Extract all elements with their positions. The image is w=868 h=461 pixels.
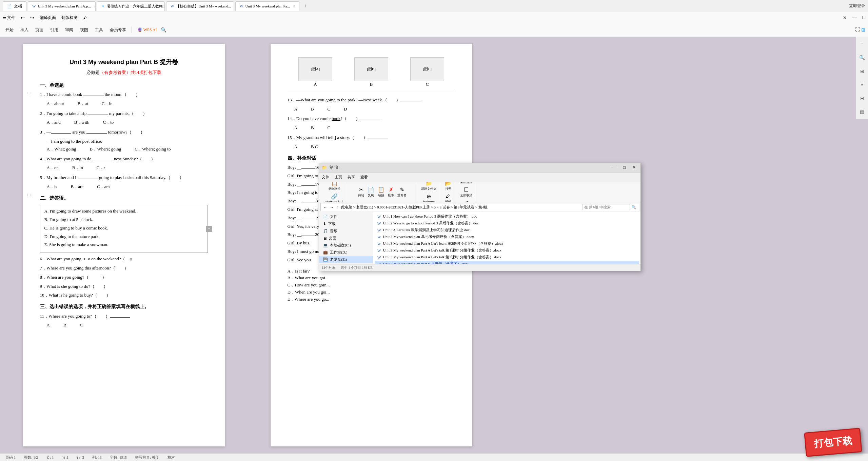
- fe-paste-btn[interactable]: 📋 粘贴: [376, 186, 386, 198]
- fe-file-3[interactable]: W Unit 3 A Let's talk 教学漏洞及上学习知道课后作业.doc: [375, 227, 639, 233]
- fe-sidebar-e[interactable]: 💾 老硬盘(E:): [319, 256, 373, 263]
- fe-breadcrumb[interactable]: ← → ↑ 此电脑 > 老硬盘(E:) > 0.0001-20231021-人教…: [320, 203, 639, 211]
- fe-group-open: 📂 打开 🖊 编辑: [441, 183, 455, 201]
- fe-file-7[interactable]: W Unit 3 My weekend plan Part A Let's ta…: [375, 254, 639, 260]
- fe-new-folder-btn[interactable]: 📁 新建文件夹: [420, 182, 438, 192]
- redo-btn[interactable]: ↪: [30, 15, 34, 21]
- ribbon-wpsai[interactable]: 🔮 WPS AI: [135, 26, 159, 34]
- tab-close-1[interactable]: ×: [94, 4, 96, 8]
- tab-4[interactable]: W Unit 3 My weekend plan Pa... ×: [235, 1, 299, 11]
- drag-handle-2[interactable]: ⋮⋮: [26, 193, 33, 198]
- ribbon-insert[interactable]: 插入: [18, 26, 31, 34]
- fe-sidebar-docs[interactable]: 📄 文件: [319, 213, 373, 220]
- section4-title: 四、补全对话: [288, 155, 455, 162]
- sidebar-minus-icon[interactable]: ⊟: [857, 94, 867, 103]
- download-badge[interactable]: 打包下载: [804, 428, 862, 457]
- page-num: 页码 1: [5, 455, 16, 460]
- menu-translate[interactable]: 翻译页面: [40, 15, 56, 21]
- fe-file-8[interactable]: W Unit 3 My weekend plan Part B 提升卷（含答案）…: [375, 261, 639, 264]
- tab-add[interactable]: +: [301, 1, 309, 11]
- expand-btn[interactable]: ⊞: [861, 27, 865, 33]
- user-area[interactable]: 立即登录: [849, 3, 865, 9]
- fe-sidebar-c[interactable]: 💻 本地磁盘(C:): [319, 242, 373, 249]
- fe-edit-btn[interactable]: 🖊 编辑: [444, 193, 453, 202]
- sidebar-up-icon[interactable]: ↑: [857, 39, 867, 49]
- tab-1[interactable]: W Unit 3 My weekend plan Part A.p... ×: [28, 1, 96, 11]
- sidebar-panel-icon[interactable]: ▤: [857, 107, 867, 117]
- sel-a: A. I'm going to draw some pictures on th…: [44, 208, 203, 215]
- forward-icon[interactable]: →: [330, 205, 334, 209]
- fe-open-btn[interactable]: 📂 打开: [443, 182, 453, 192]
- summer-icon: ☀: [101, 4, 105, 8]
- fe-copy-path-btn[interactable]: 📋 复制路径: [327, 182, 342, 192]
- tab-doc[interactable]: 📄 文档: [3, 1, 26, 11]
- fe-paste-shortcut-btn[interactable]: 🔗 粘贴快捷方式: [324, 193, 345, 203]
- tab-close-4[interactable]: ×: [293, 4, 295, 8]
- sel-c: C. He is going to buy a comic book.: [44, 225, 203, 232]
- fe-deselect-btn[interactable]: ☐ 全部取消: [459, 186, 474, 198]
- fe-select-all-btn[interactable]: ☑ 全部选择: [459, 182, 474, 185]
- fe-menu-home[interactable]: 主页: [335, 175, 342, 180]
- fe-statusbar: 14个对象 选中 1 个项目 189 KB: [319, 264, 640, 271]
- fe-invert-btn[interactable]: ↺ 反向选择: [459, 199, 474, 202]
- search-icon[interactable]: 🔍: [161, 27, 166, 33]
- maximize-btn[interactable]: □: [863, 15, 865, 20]
- undo-btn[interactable]: ↩: [21, 15, 25, 21]
- tab-3[interactable]: W 【核心突破】Unit 3 My weekend... ×: [166, 1, 234, 11]
- word-file-icon-3: W: [377, 228, 381, 232]
- ribbon-start[interactable]: 开始: [3, 26, 16, 34]
- fe-rename-btn[interactable]: ✎ 重命名: [396, 186, 408, 198]
- section2-title: 二、选答语。: [40, 195, 208, 202]
- fe-maximize[interactable]: □: [621, 165, 628, 170]
- sidebar-search-icon[interactable]: 🔍: [857, 53, 867, 62]
- sidebar-list-icon[interactable]: ≡: [857, 80, 867, 89]
- fe-menu-file[interactable]: 文件: [322, 175, 329, 180]
- ribbon-page[interactable]: 页面: [33, 26, 46, 34]
- fe-file-1[interactable]: W Unit 1 How can I get there Period 3 课后…: [375, 213, 639, 220]
- file-menu[interactable]: ☰ 文件: [3, 15, 15, 21]
- ribbon-ref[interactable]: 引用: [47, 26, 61, 34]
- add-btn[interactable]: +: [206, 226, 212, 232]
- fe-file-6[interactable]: W Unit 3 My weekend plan Part A Let's ta…: [375, 247, 639, 254]
- fe-sidebar-d[interactable]: 💼 工作室(D:): [319, 249, 373, 256]
- fe-file-4[interactable]: W Unit 3 My weekend plan 单元考专阅评价（含答案）.do…: [375, 234, 639, 240]
- fe-new-item-btn[interactable]: ⊕ 新建项目: [421, 193, 436, 203]
- close-btn[interactable]: ✕: [843, 15, 847, 21]
- question-6: 6．What are you going ＋ o on the weekend?…: [40, 256, 208, 263]
- search-input[interactable]: [583, 204, 630, 210]
- sidebar-grid-icon[interactable]: ⊞: [857, 66, 867, 76]
- line-num: 行: 2: [77, 455, 84, 460]
- ribbon-review[interactable]: 审阅: [62, 26, 76, 34]
- fe-delete-btn[interactable]: ✗ 删除: [387, 186, 395, 198]
- fullscreen-btn[interactable]: ⛶: [855, 27, 860, 33]
- q2-options: A．and B．with C．to: [47, 119, 208, 126]
- ribbon-vip[interactable]: 会员专享: [107, 26, 129, 34]
- status-bar: 页码 1 页数: 1/2 节: 1 节:1 行: 2 列: 13 字数: 191…: [0, 453, 868, 461]
- fe-file-2[interactable]: W Unit 2 Ways to go to school Period 3 课…: [375, 220, 639, 226]
- format-painter[interactable]: 🖌: [83, 15, 87, 20]
- fe-sidebar-downloads[interactable]: ⬇ 下载: [319, 220, 373, 227]
- fe-title: 第4组: [330, 165, 340, 171]
- fe-sidebar-desktop[interactable]: 🖥 桌面: [319, 235, 373, 242]
- fe-close[interactable]: ✕: [630, 165, 638, 170]
- fe-file-5[interactable]: W Unit 3 My weekend plan Part A Let's le…: [375, 240, 639, 247]
- search-icon-fe[interactable]: 🔍: [631, 205, 636, 209]
- fe-menu-share[interactable]: 共享: [348, 175, 355, 180]
- fe-menu-view[interactable]: 查看: [360, 175, 368, 180]
- fe-minimize[interactable]: —: [610, 165, 618, 170]
- fe-sidebar-music[interactable]: 🎵 音乐: [319, 227, 373, 235]
- tab-2[interactable]: ☀ 暑假练习作业：六年级上册人教PEI... ×: [97, 1, 165, 11]
- back-icon[interactable]: ←: [323, 205, 327, 209]
- fe-cut-btn[interactable]: ✂ 剪切: [357, 186, 366, 198]
- menu-review[interactable]: 翻版检测: [61, 15, 78, 21]
- up-icon[interactable]: ↑: [336, 205, 338, 209]
- fe-body: 📄 文件 ⬇ 下载 🎵 音乐 🖥 桌面 💻 本地磁盘(C:) 💼 工作室(: [319, 212, 640, 264]
- drag-handle[interactable]: ⋮⋮: [26, 91, 33, 97]
- ribbon-tools[interactable]: 工具: [92, 26, 106, 34]
- minimize-btn[interactable]: —: [852, 15, 857, 20]
- section-num: 节: 1: [46, 455, 54, 460]
- word-file-icon-2: W: [377, 221, 381, 225]
- desktop-icon: 🖥: [323, 236, 327, 240]
- ribbon-view[interactable]: 视图: [77, 26, 91, 34]
- fe-copy-btn[interactable]: 📄 复制: [366, 186, 376, 198]
